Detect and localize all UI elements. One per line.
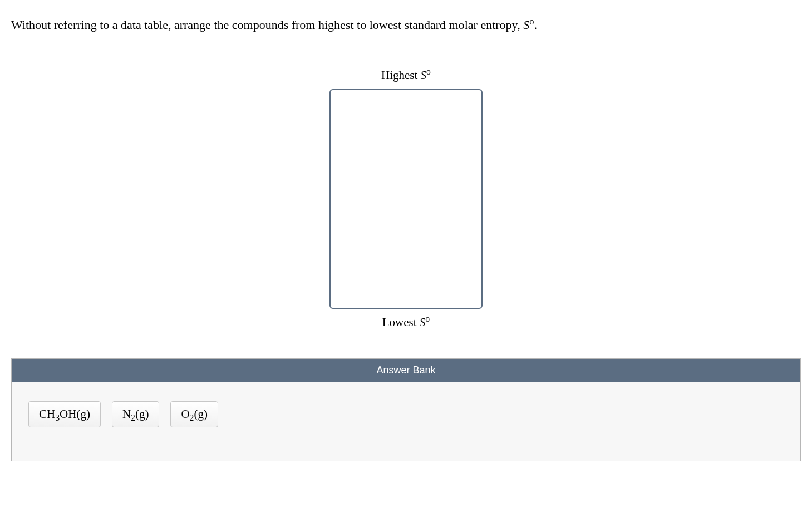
bank-item-o2[interactable]: O2(g) [170, 401, 218, 427]
formula-sub: 2 [131, 413, 135, 422]
question-text: Without referring to a data table, arran… [11, 17, 801, 34]
lowest-symbol: S [420, 316, 426, 329]
highest-label: Highest So [381, 68, 431, 82]
question-symbol: S [523, 18, 529, 32]
answer-bank-items: CH3OH(g) N2(g) O2(g) [12, 382, 800, 461]
bank-item-n2[interactable]: N2(g) [112, 401, 160, 427]
highest-super: o [426, 67, 431, 76]
highest-prefix: Highest [381, 68, 421, 82]
formula-part: N [122, 407, 131, 421]
lowest-super: o [425, 314, 430, 323]
lowest-prefix: Lowest [382, 316, 420, 329]
answer-bank-header: Answer Bank [12, 359, 800, 382]
question-suffix: . [534, 18, 537, 32]
bank-item-ch3oh[interactable]: CH3OH(g) [28, 401, 101, 427]
formula-sub: 3 [55, 413, 60, 422]
ranking-area: Highest So Lowest So [11, 62, 801, 336]
drop-zone[interactable] [329, 89, 483, 309]
answer-bank: Answer Bank CH3OH(g) N2(g) O2(g) [11, 358, 801, 461]
lowest-label: Lowest So [382, 316, 430, 329]
formula-part: (g) [194, 407, 208, 421]
question-prefix: Without referring to a data table, arran… [11, 18, 523, 32]
formula-part: OH(g) [60, 407, 90, 421]
highest-symbol: S [421, 68, 427, 82]
formula-part: O [181, 407, 189, 421]
formula-part: (g) [135, 407, 149, 421]
formula-part: CH [39, 407, 55, 421]
